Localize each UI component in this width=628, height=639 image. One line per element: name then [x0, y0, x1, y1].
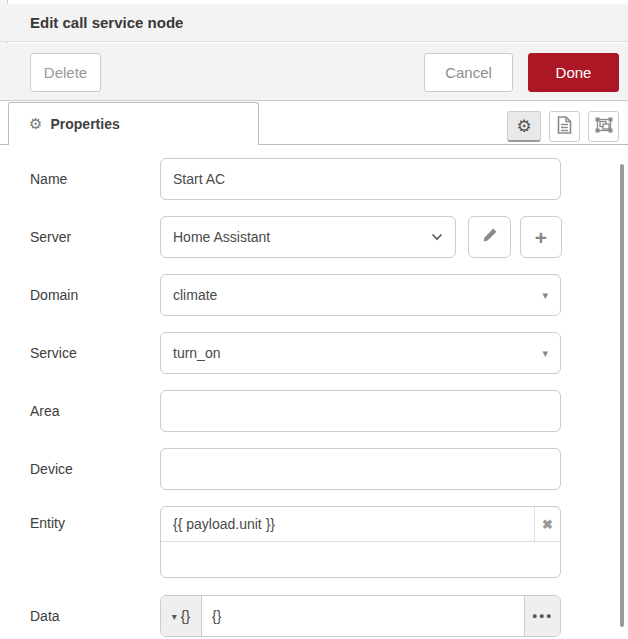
service-input-value: turn_on: [173, 345, 542, 361]
ellipsis-icon: ●●●: [532, 611, 553, 621]
file-icon: [557, 116, 572, 138]
device-input[interactable]: [160, 448, 561, 490]
done-button[interactable]: Done: [528, 53, 619, 92]
entity-value: {{ payload.unit }}: [161, 516, 534, 532]
entity-list-item[interactable]: {{ payload.unit }} ✖: [161, 507, 560, 542]
chevron-down-icon: [431, 233, 443, 241]
tab-properties-label: Properties: [50, 116, 119, 132]
service-label: Service: [30, 332, 150, 374]
object-group-icon: [595, 117, 613, 137]
appearance-button[interactable]: [588, 111, 619, 142]
scrollbar-thumb[interactable]: [620, 164, 624, 627]
tab-bar: ⚙ Properties ⚙: [0, 101, 628, 145]
data-input-value[interactable]: {}: [202, 596, 524, 636]
domain-label: Domain: [30, 274, 150, 316]
tray-header: Edit call service node: [0, 4, 628, 42]
tab-properties[interactable]: ⚙ Properties: [8, 102, 259, 145]
data-label: Data: [30, 595, 150, 637]
cancel-button[interactable]: Cancel: [424, 53, 513, 92]
dialog-title: Edit call service node: [30, 4, 183, 42]
server-select-value: Home Assistant: [173, 229, 431, 245]
service-input[interactable]: turn_on ▾: [160, 332, 561, 374]
description-button[interactable]: [549, 111, 580, 142]
entity-list: {{ payload.unit }} ✖: [160, 506, 561, 578]
data-type-select[interactable]: ▾ {}: [161, 596, 202, 636]
pencil-icon: [482, 227, 498, 247]
edit-server-button[interactable]: [468, 216, 511, 258]
caret-down-icon: ▾: [542, 347, 548, 360]
server-label: Server: [30, 216, 150, 258]
entity-label: Entity: [30, 506, 150, 541]
delete-button[interactable]: Delete: [30, 53, 101, 92]
area-input[interactable]: [160, 390, 561, 432]
add-server-button[interactable]: +: [520, 216, 562, 258]
data-typed-input: ▾ {} {} ●●●: [160, 595, 561, 637]
domain-input-value: climate: [173, 287, 542, 303]
plus-icon: +: [535, 227, 547, 248]
gear-icon: ⚙: [516, 118, 531, 135]
expand-editor-button[interactable]: ●●●: [524, 596, 560, 636]
name-label: Name: [30, 158, 150, 200]
json-type-icon: {}: [181, 608, 190, 624]
server-select[interactable]: Home Assistant: [160, 216, 456, 258]
edit-tray: Edit call service node Delete Cancel Don…: [0, 0, 628, 639]
entity-list-item-empty[interactable]: [161, 542, 560, 578]
properties-form: Name Server Home Assistant + Domain clim…: [0, 145, 628, 639]
gear-icon: ⚙: [29, 115, 42, 133]
caret-down-icon: ▾: [542, 289, 548, 302]
area-label: Area: [30, 390, 150, 432]
caret-down-icon: ▾: [172, 611, 177, 622]
tray-toolbar: Delete Cancel Done: [0, 43, 628, 101]
name-input[interactable]: [160, 158, 561, 200]
device-label: Device: [30, 448, 150, 490]
edit-properties-button[interactable]: ⚙: [507, 111, 541, 142]
remove-icon[interactable]: ✖: [534, 507, 560, 542]
domain-input[interactable]: climate ▾: [160, 274, 561, 316]
